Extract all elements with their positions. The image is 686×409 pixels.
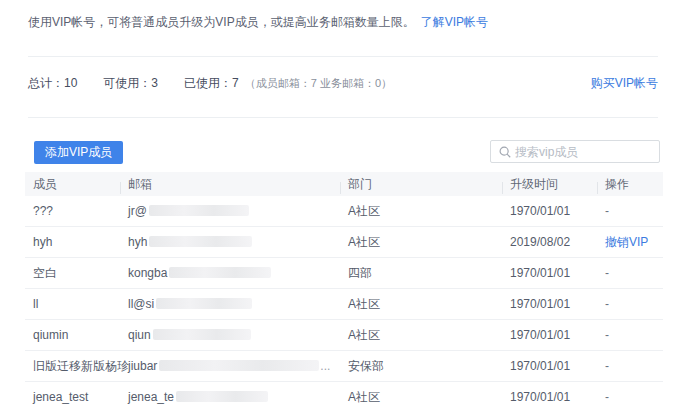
email-prefix: hyh: [128, 235, 147, 249]
email-prefix: qiun: [128, 328, 151, 342]
table-row: 空白 kongba 四部 1970/01/01 -: [25, 258, 663, 289]
action-cell: -: [597, 359, 663, 373]
redacted-email-blur: [159, 360, 319, 371]
vip-members-table: 成员 邮箱 部门 升级时间 操作 ??? jr@ A社区 1970/01/01 …: [25, 172, 663, 409]
dept-cell: 安保部: [340, 358, 502, 375]
member-cell: ???: [25, 204, 120, 218]
email-prefix: jenea_te: [128, 390, 174, 404]
email-cell: ll@si: [120, 297, 340, 311]
no-action-dash: -: [605, 390, 609, 404]
dept-cell: A社区: [340, 327, 502, 344]
email-prefix: jiubar: [128, 359, 157, 373]
redacted-email-blur: [149, 205, 249, 216]
header-member: 成员: [25, 176, 120, 193]
upgrade-time-cell: 2019/08/02: [502, 235, 597, 249]
divider: [28, 117, 658, 118]
redacted-email-blur: [169, 267, 271, 278]
header-email: 邮箱: [120, 176, 340, 193]
no-action-dash: -: [605, 266, 609, 280]
vip-member-management-panel: 使用VIP帐号，可将普通成员升级为VIP成员，或提高业务邮箱数量上限。了解VIP…: [0, 0, 686, 409]
stat-used-detail: （成员邮箱：7 业务邮箱：0）: [245, 76, 392, 91]
table-row: 旧版迁移新版杨珍 jiubar... 安保部 1970/01/01 -: [25, 351, 663, 382]
upgrade-time-cell: 1970/01/01: [502, 390, 597, 404]
header-dept: 部门: [340, 176, 502, 193]
upgrade-time-cell: 1970/01/01: [502, 266, 597, 280]
table-row: hyh hyh A社区 2019/08/02 撤销VIP: [25, 227, 663, 258]
action-cell: -: [597, 390, 663, 404]
email-cell: jiubar...: [120, 359, 340, 373]
redacted-email-blur: [153, 329, 251, 340]
stat-total: 总计：10: [28, 75, 77, 92]
action-cell: -: [597, 328, 663, 342]
action-cell: -: [597, 297, 663, 311]
buy-vip-link[interactable]: 购买VIP帐号: [591, 75, 658, 92]
no-action-dash: -: [605, 297, 609, 311]
table-row: ??? jr@ A社区 1970/01/01 -: [25, 196, 663, 227]
header-time: 升级时间: [502, 176, 597, 193]
email-prefix: kongba: [128, 266, 167, 280]
email-prefix: ll@si: [128, 297, 154, 311]
email-ellipsis: ...: [320, 359, 330, 373]
revoke-vip-link[interactable]: 撤销VIP: [605, 235, 648, 249]
table-row: ll ll@si A社区 1970/01/01 -: [25, 289, 663, 320]
action-cell: -: [597, 204, 663, 218]
email-cell: qiun: [120, 328, 340, 342]
upgrade-time-cell: 1970/01/01: [502, 297, 597, 311]
email-cell: hyh: [120, 235, 340, 249]
table-header-row: 成员 邮箱 部门 升级时间 操作: [25, 172, 663, 196]
dept-cell: A社区: [340, 203, 502, 220]
table-body: ??? jr@ A社区 1970/01/01 - hyh hyh A社区 201…: [25, 196, 663, 409]
email-prefix: jr@: [128, 204, 147, 218]
dept-cell: A社区: [340, 389, 502, 406]
stat-used: 已使用：7: [184, 75, 239, 92]
email-cell: jenea_te: [120, 390, 340, 404]
member-cell: 空白: [25, 265, 120, 282]
no-action-dash: -: [605, 328, 609, 342]
action-cell: -: [597, 266, 663, 280]
stat-available: 可使用：3: [103, 75, 158, 92]
redacted-email-blur: [176, 391, 268, 402]
member-cell: qiumin: [25, 328, 120, 342]
divider: [28, 56, 658, 57]
email-cell: kongba: [120, 266, 340, 280]
learn-vip-link[interactable]: 了解VIP帐号: [421, 15, 488, 29]
search-icon: [498, 145, 512, 159]
action-cell: 撤销VIP: [597, 234, 663, 251]
no-action-dash: -: [605, 359, 609, 373]
redacted-email-blur: [156, 298, 252, 309]
intro-text: 使用VIP帐号，可将普通成员升级为VIP成员，或提高业务邮箱数量上限。: [28, 15, 415, 29]
header-action: 操作: [597, 176, 663, 193]
table-row: qiumin qiun A社区 1970/01/01 -: [25, 320, 663, 351]
member-cell: 旧版迁移新版杨珍: [25, 358, 120, 375]
dept-cell: 四部: [340, 265, 502, 282]
redacted-email-blur: [149, 236, 252, 247]
add-vip-member-button[interactable]: 添加VIP成员: [34, 141, 123, 164]
member-cell: ll: [25, 297, 120, 311]
search-box: [490, 140, 660, 163]
member-cell: jenea_test: [25, 390, 120, 404]
upgrade-time-cell: 1970/01/01: [502, 204, 597, 218]
dept-cell: A社区: [340, 296, 502, 313]
email-cell: jr@: [120, 204, 340, 218]
no-action-dash: -: [605, 204, 609, 218]
upgrade-time-cell: 1970/01/01: [502, 328, 597, 342]
quota-stats-bar: 总计：10 可使用：3 已使用：7 （成员邮箱：7 业务邮箱：0） 购买VIP帐…: [28, 75, 658, 92]
member-cell: hyh: [25, 235, 120, 249]
upgrade-time-cell: 1970/01/01: [502, 359, 597, 373]
search-input[interactable]: [515, 141, 655, 162]
intro-line: 使用VIP帐号，可将普通成员升级为VIP成员，或提高业务邮箱数量上限。了解VIP…: [28, 14, 488, 31]
table-row: jenea_test jenea_te A社区 1970/01/01 -: [25, 382, 663, 409]
dept-cell: A社区: [340, 234, 502, 251]
